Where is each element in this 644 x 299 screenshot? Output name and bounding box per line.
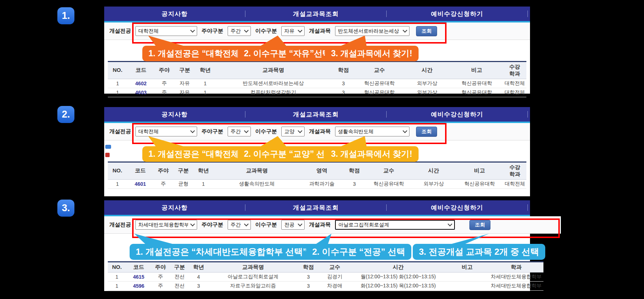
tutorial-step-panel-2: 공지사항 개설교과목조회 예비수강신청하기 개설전공 대학전체 주야구분 주간 … [104,107,530,196]
course-search-form: 개설전공 차세대반도체융합학부 주야구분 주간 이수구분 전공 개설과목 아날로… [104,216,561,234]
callout-2: 2. 이수구분 “교양” 선택 [238,146,339,162]
course-select[interactable]: 반도체센서로바라보는세상 [335,26,409,36]
course-search-form: 개설전공 대학전체 주야구분 주간 이수구분 교양 개설과목 생활속의반도체 조… [104,123,530,140]
table-cell: 자유 [174,79,195,88]
daynight-select[interactable]: 주간 [228,26,251,36]
table-cell: 자료구조와알고리즘 [208,281,298,290]
nav-tab-pre-registration[interactable]: 예비수강신청하기 [387,204,527,212]
chevron-down-icon [244,128,249,133]
nav-tab-course-search[interactable]: 개설교과목조회 [245,110,386,119]
table-cell: 외부가상 [404,88,451,97]
table-cell: 혁신공유대학 [355,79,404,88]
column-header: 코드 [126,262,151,273]
nav-tab-notices[interactable]: 공지사항 [104,204,245,212]
completion-type-select[interactable]: 자유 [281,26,305,36]
search-button[interactable]: 조회 [416,127,437,137]
table-cell: 3 [332,88,355,97]
table-cell: 3 [343,179,366,188]
obscured-ui-fragment-blue [105,145,111,149]
major-select[interactable]: 대학전체 [135,26,197,36]
table-cell: 생활속의반도체 [213,179,301,188]
chevron-down-icon [190,128,195,133]
chevron-down-icon [190,222,195,226]
daynight-label: 주야구분 [201,221,223,228]
step-badge-3: 3. [57,200,74,217]
table-cell: 컴퓨터처럼생각하기 [215,88,332,97]
search-button[interactable]: 조회 [416,26,437,36]
table-cell [445,281,489,290]
top-navigation: 공지사항 개설교과목조회 예비수강신청하기 [104,7,530,21]
table-cell: 주 [151,281,170,290]
major-label: 개설전공 [109,128,131,135]
callout-strip: 1. 개설전공은 “차세대반도체융합학부 선택” 선택 2. 이수구분 “전공”… [104,234,530,261]
table-cell: 화(12:00~13:15) 목(12:00~13:15) [351,281,445,290]
course-results-table: NO.코드주야구분학년교과목명영역학점교수시간비고수강 학과14601주균형1생… [108,161,526,189]
table-cell: 외부가상 [412,179,456,188]
course-code-link[interactable]: 4601 [127,179,154,188]
search-button[interactable]: 조회 [469,220,490,230]
major-select[interactable]: 차세대반도체융합학부 [135,220,197,230]
table-row: 14603주자유1컴퓨터처럼생각하기3혁신공유대학외부가상혁신공유대학대학전체 [108,88,526,97]
table-cell: 대학전체 [503,79,526,88]
table-cell: 차세대반도체융합학부 [489,281,543,290]
column-header: 주야 [154,162,173,180]
nav-tab-pre-registration[interactable]: 예비수강신청하기 [387,110,527,119]
table-cell: 혁신공유대학 [456,179,504,188]
chevron-down-icon [190,28,195,33]
course-select[interactable]: 아날로그집적회로설계 [335,220,455,230]
callout-3: 3. 개설과목에서 찾기! [325,146,419,162]
nav-tab-notices[interactable]: 공지사항 [104,10,245,18]
table-cell: 혁신공유대학 [451,79,503,88]
column-header: 비고 [445,262,489,273]
chevron-down-icon [298,128,302,133]
course-code-link[interactable]: 4596 [126,281,151,290]
completion-type-select[interactable]: 교양 [281,127,305,136]
table-cell: 과학과기술 [301,179,343,188]
table-cell: 전선 [170,272,189,281]
table-cell: 월(12:00~13:15) 화(12:00~13:15) [351,272,445,281]
nav-tab-notices[interactable]: 공지사항 [104,110,245,119]
nav-tab-course-search[interactable]: 개설교과목조회 [245,10,386,18]
course-label: 개설과목 [309,221,331,228]
nav-tab-course-search[interactable]: 개설교과목조회 [245,204,386,212]
table-row: 14602주자유1반도체센서로바라보는세상3혁신공유대학외부가상혁신공유대학대학… [108,79,526,88]
table-cell: 주 [155,88,174,97]
table-cell: 1 [108,79,127,88]
table-cell: 3 [298,272,318,281]
course-results-table: NO.코드주야구분학년교과목명학점교수시간비고학과14615주전선4아날로그집적… [108,261,543,291]
course-label: 개설과목 [309,28,331,34]
course-search-form: 개설전공 대학전체 주야구분 주간 이수구분 자유 개설과목 반도체센서로바라보… [104,22,530,40]
column-header: 코드 [127,162,154,180]
course-code-link[interactable]: 4615 [126,272,151,281]
tutorial-step-panel-1: 공지사항 개설교과목조회 예비수강신청하기 개설전공 대학전체 주야구분 주간 … [104,7,530,94]
table-header-row: NO.코드주야구분학년교과목명영역학점교수시간비고수강 학과 [108,162,526,180]
column-header: 학점 [298,262,318,273]
table-cell: 대학전체 [504,179,526,188]
table-cell: 3 [189,281,208,290]
column-header: 교수 [355,62,404,79]
course-code-link[interactable]: 4603 [127,88,155,97]
major-select[interactable]: 대학전체 [135,127,197,136]
nav-tab-pre-registration[interactable]: 예비수강신청하기 [387,10,527,18]
column-header: 수강 학과 [504,162,526,180]
table-cell: 김경기 [318,272,351,281]
table-cell [445,272,489,281]
chevron-down-icon [403,128,407,133]
course-label: 개설과목 [309,128,331,135]
table-cell: 혁신공유대학 [355,88,404,97]
column-header: 구분 [173,162,194,180]
column-header: 비고 [456,162,504,180]
daynight-select[interactable]: 주간 [228,220,251,230]
callout-strip: 1. 개설전공은 “대학전체” 선택 2. 이수구분 “교양” 선택 3. 개설… [104,140,530,161]
daynight-select[interactable]: 주간 [228,127,251,136]
course-code-link[interactable]: 4602 [127,79,155,88]
column-header: 코드 [127,62,155,79]
callout-strip: 1. 개설전공은 “대학전체” 선택 2. 이수구분 “자유”선택 3. 개설과… [104,40,530,61]
tutorial-step-panel-3: 공지사항 개설교과목조회 예비수강신청하기 개설전공 차세대반도체융합학부 주야… [104,200,530,291]
completion-type-select[interactable]: 전공 [281,220,305,230]
table-cell: 1 [194,179,213,188]
step-badge-1: 1. [57,7,74,24]
column-header: 영역 [301,162,343,180]
chevron-down-icon [448,222,452,226]
course-select[interactable]: 생활속의반도체 [335,127,409,136]
